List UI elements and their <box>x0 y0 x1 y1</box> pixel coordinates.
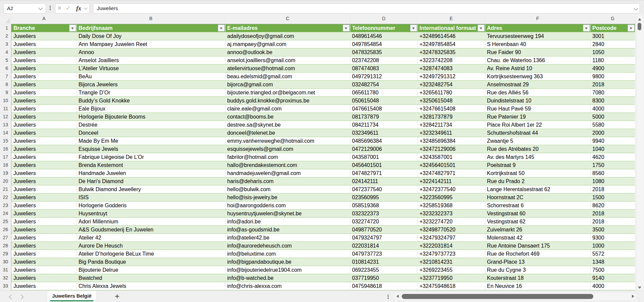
cell-C23[interactable]: hoi@aarongodderis.com <box>227 202 350 209</box>
cell-B17[interactable]: Fabrique Liégeoise De L’Or <box>79 153 225 161</box>
cell-G22[interactable]: 1500 <box>592 193 635 201</box>
cell-E33[interactable]: +32475948618 <box>419 282 485 290</box>
cell-C26[interactable]: info@as-goudsmid.be <box>227 226 350 233</box>
cell-E17[interactable]: +3243587001 <box>419 153 485 161</box>
cell-E27[interactable]: +32479324797 <box>419 234 485 242</box>
cell-E32[interactable]: +3237719950 <box>419 274 485 282</box>
cell-G16[interactable]: 1040 <box>592 145 635 153</box>
cell-B3[interactable]: Ann Mampaey Juwelen Reet <box>79 40 225 48</box>
cell-F30[interactable]: Grand-Place 13 <box>487 258 590 266</box>
cell-F22[interactable]: Hoornstraat 2C <box>487 193 590 201</box>
cell-A14[interactable]: Juweliers <box>13 129 76 137</box>
cell-A11[interactable]: Juweliers <box>13 105 76 113</box>
cell-C13[interactable]: destree.sa@skynet.be <box>227 121 350 129</box>
cell-F15[interactable]: Zwaantje 5 <box>487 137 590 145</box>
cell-D25[interactable]: 032274720 <box>352 218 417 225</box>
row-header-23[interactable]: 23 <box>0 202 8 210</box>
cell-D13[interactable]: 084211734 <box>352 121 417 129</box>
cell-E7[interactable]: +32497291312 <box>419 73 485 80</box>
cell-B8[interactable]: Bijorca Jewelers <box>79 81 225 88</box>
cell-F2[interactable]: Tervuursesteenweg 194 <box>487 32 590 40</box>
cell-C17[interactable]: fabrilor@hotmail.com <box>227 153 350 161</box>
row-header-26[interactable]: 26 <box>0 226 8 234</box>
cell-D32[interactable]: 037719950 <box>352 274 417 282</box>
cell-B5[interactable]: Anselot Joailliers <box>79 56 225 64</box>
cell-E15[interactable]: +32485696384 <box>419 137 485 145</box>
cell-A28[interactable]: Juweliers <box>13 242 76 250</box>
cell-F14[interactable]: Schuttershofstraat 44 <box>487 129 590 137</box>
cell-C9[interactable]: bijouterie.triangled.or@belgacom.net <box>227 89 350 96</box>
row-header-32[interactable]: 32 <box>0 274 8 282</box>
cell-G27[interactable]: 9300 <box>592 234 635 242</box>
row-header-17[interactable]: 17 <box>0 153 8 161</box>
cell-A5[interactable]: Juweliers <box>13 56 76 64</box>
scroll-left-icon[interactable] <box>396 295 399 298</box>
cell-D31[interactable]: 069223455 <box>352 266 417 274</box>
row-header-15[interactable]: 15 <box>0 137 8 145</box>
cell-G30[interactable]: 1348 <box>592 258 635 266</box>
cell-B12[interactable]: Horlogerie Bijouterie Booms <box>79 113 225 121</box>
cell-A19[interactable]: Juweliers <box>13 169 76 177</box>
cell-E11[interactable]: +32476615408 <box>419 105 485 113</box>
formula-input[interactable]: Juweliers <box>93 3 640 13</box>
cell-F13[interactable]: Place Roi Albert 1er 22 <box>487 121 590 129</box>
row-header-30[interactable]: 30 <box>0 258 8 266</box>
row-header-2[interactable]: 2 <box>0 32 8 40</box>
cell-E19[interactable]: +32474827971 <box>419 169 485 177</box>
row-header-27[interactable]: 27 <box>0 234 8 242</box>
cell-B10[interactable]: Buddy’s Gold Knokke <box>79 97 225 104</box>
cell-C5[interactable]: anselot.joailliers@gmail.com <box>227 56 350 64</box>
cell-C3[interactable]: aj.mampaey@gmail.com <box>227 40 350 48</box>
row-header-7[interactable]: 7 <box>0 73 8 81</box>
cell-C32[interactable]: info@b-watched.be <box>227 274 350 282</box>
cell-D26[interactable]: 0498770520 <box>352 226 417 233</box>
cell-A4[interactable]: Juweliers <box>13 48 76 56</box>
fx-chevron-icon[interactable] <box>84 6 88 10</box>
cell-F11[interactable]: Rue Haut Pavé 59 <box>487 105 590 113</box>
cell-C2[interactable]: adailydoseofjoy@gmail.com <box>227 32 350 40</box>
cell-F6[interactable]: Av. Reine Astrid 10 <box>487 64 590 72</box>
cell-B15[interactable]: Made By Em Me <box>79 137 225 145</box>
cell-E25[interactable]: +3232274720 <box>419 218 485 225</box>
cell-F18[interactable]: Poelstraat 9 <box>487 161 590 169</box>
cell-E18[interactable]: +32456401501 <box>419 161 485 169</box>
cell-A13[interactable]: Juweliers <box>13 121 76 129</box>
cell-B29[interactable]: Atelier D’horlogerie BeLux Time <box>79 250 225 258</box>
row-header-28[interactable]: 28 <box>0 242 8 250</box>
cell-D18[interactable]: 0456401501 <box>352 161 417 169</box>
cell-A3[interactable]: Juweliers <box>13 40 76 48</box>
cell-A32[interactable]: Juweliers <box>13 274 76 282</box>
cell-A24[interactable]: Juweliers <box>13 210 76 217</box>
cell-C19[interactable]: handmadejuwelen@gmail.com <box>227 169 350 177</box>
scroll-down-icon[interactable] <box>638 287 641 289</box>
cell-A7[interactable]: Juweliers <box>13 73 76 80</box>
filter-button-A[interactable] <box>69 25 76 32</box>
formula-bar-expand-icon[interactable] <box>634 6 638 10</box>
cell-F21[interactable]: Lange Herentalsestraat 62 <box>487 185 590 193</box>
cell-B24[interactable]: Huysentruyt <box>79 210 225 217</box>
cell-B28[interactable]: Aurore De Heusch <box>79 242 225 250</box>
cell-B2[interactable]: Daily Dose Of Joy <box>79 32 225 40</box>
row-header-33[interactable]: 33 <box>0 282 8 290</box>
vertical-scrollbar[interactable] <box>637 15 644 291</box>
cell-D4[interactable]: 0478325835 <box>352 48 417 56</box>
cell-E28[interactable]: +3222031814 <box>419 242 485 250</box>
cell-E16[interactable]: +32472129006 <box>419 145 485 153</box>
cell-C7[interactable]: beau.edelsmid@gmail.com <box>227 73 350 80</box>
cell-B19[interactable]: Handmade Juwelen <box>79 169 225 177</box>
row-header-20[interactable]: 20 <box>0 177 8 185</box>
cell-B31[interactable]: Bijouterie Delrue <box>79 266 225 274</box>
cell-B27[interactable]: Atelier 42 <box>79 234 225 242</box>
cell-G6[interactable]: 4900 <box>592 64 635 72</box>
cell-E3[interactable]: +32497854854 <box>419 40 485 48</box>
cell-A18[interactable]: Juweliers <box>13 161 76 169</box>
cell-F5[interactable]: Chau. de Waterloo 1366 <box>487 56 590 64</box>
cell-D23[interactable]: 058519368 <box>352 202 417 209</box>
cell-D5[interactable]: 023742208 <box>352 56 417 64</box>
cell-C30[interactable]: info@bigpandaboutique.be <box>227 258 350 266</box>
select-all-corner[interactable] <box>5 18 10 23</box>
cell-B26[interactable]: A&S Goudsmederij En Juwelen <box>79 226 225 233</box>
cell-G32[interactable]: 9140 <box>592 274 635 282</box>
row-header-24[interactable]: 24 <box>0 210 8 218</box>
cell-D19[interactable]: 0474827971 <box>352 169 417 177</box>
